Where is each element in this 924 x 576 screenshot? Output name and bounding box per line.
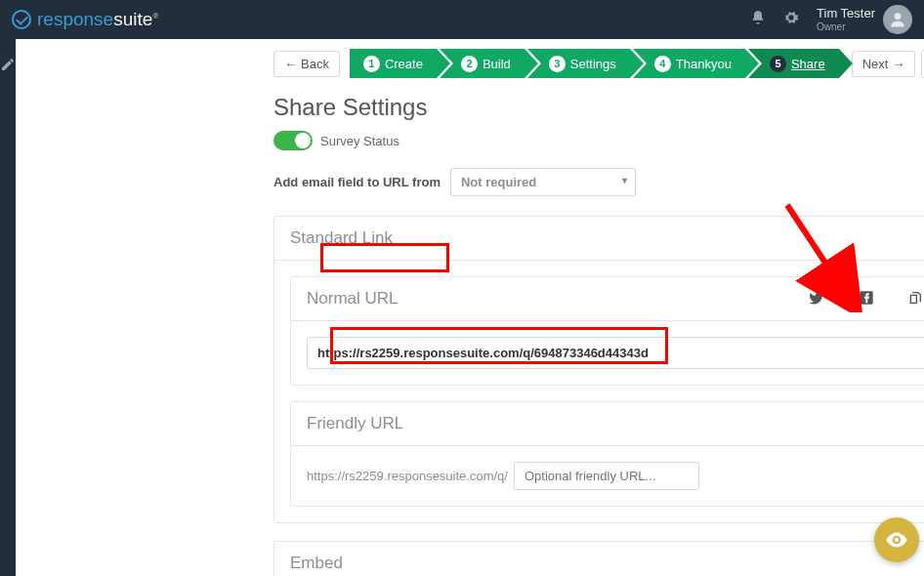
logo-text-2: suite xyxy=(113,9,152,29)
sidebar xyxy=(0,39,16,576)
standard-link-card: Standard Link Normal URL xyxy=(273,216,924,523)
linkedin-icon[interactable] xyxy=(833,290,849,309)
copy-icon[interactable] xyxy=(907,290,923,309)
svg-rect-2 xyxy=(836,296,838,302)
header-right: Tim Tester Owner xyxy=(750,5,912,34)
main-content: ← Back 1Create 2Build 3Settings 4Thankyo… xyxy=(16,39,924,576)
preview-fab[interactable] xyxy=(874,517,919,562)
normal-url-heading: Normal URL xyxy=(307,289,399,309)
survey-status-label: Survey Status xyxy=(320,134,399,148)
arrow-left-icon: ← xyxy=(284,57,297,71)
step-share[interactable]: 5Share xyxy=(748,49,839,78)
page-title: Share Settings xyxy=(273,94,924,121)
user-role: Owner xyxy=(817,21,875,32)
notifications-icon[interactable] xyxy=(750,10,766,30)
logo-reg: ® xyxy=(152,12,158,21)
svg-point-3 xyxy=(836,292,838,294)
user-name: Tim Tester xyxy=(817,7,875,21)
gear-icon[interactable] xyxy=(783,10,799,30)
friendly-url-heading: Friendly URL xyxy=(291,402,924,446)
logo-text-1: response xyxy=(37,9,113,29)
embed-heading: Embed xyxy=(274,542,924,576)
arrow-right-icon: → xyxy=(892,57,904,71)
edit-icon[interactable] xyxy=(0,57,16,75)
logo[interactable]: responsesuite® xyxy=(12,9,158,30)
normal-url-value[interactable]: https://rs2259.responsesuite.com/q/69487… xyxy=(307,337,924,369)
facebook-icon[interactable] xyxy=(859,290,874,309)
user-menu[interactable]: Tim Tester Owner xyxy=(817,5,912,34)
email-field-label: Add email field to URL from xyxy=(273,175,441,189)
normal-url-card: Normal URL https://rs2259.re xyxy=(290,276,924,386)
step-create[interactable]: 1Create xyxy=(350,49,437,78)
friendly-url-prefix: https://rs2259.responsesuite.com/q/ xyxy=(307,469,508,483)
step-build[interactable]: 2Build xyxy=(440,49,525,78)
svg-point-0 xyxy=(895,13,902,20)
logo-check-icon xyxy=(12,10,31,29)
app-header: responsesuite® Tim Tester Owner xyxy=(0,0,924,39)
step-thankyou[interactable]: 4Thankyou xyxy=(633,49,745,78)
email-field-select[interactable]: Not required xyxy=(450,168,636,196)
survey-status-toggle[interactable] xyxy=(273,131,313,150)
next-button[interactable]: Next → xyxy=(852,51,916,77)
back-button[interactable]: ← Back xyxy=(273,51,340,77)
friendly-url-card: Friendly URL https://rs2259.responsesuit… xyxy=(290,401,924,507)
standard-link-heading: Standard Link xyxy=(274,217,924,261)
step-nav: 1Create 2Build 3Settings 4Thankyou 5Shar… xyxy=(350,49,842,78)
topbar: ← Back 1Create 2Build 3Settings 4Thankyo… xyxy=(273,39,924,90)
twitter-icon[interactable] xyxy=(808,290,823,309)
avatar xyxy=(883,5,912,34)
friendly-url-input[interactable] xyxy=(514,462,699,490)
step-settings[interactable]: 3Settings xyxy=(527,49,630,78)
embed-card: Embed This feature is not available on y… xyxy=(273,541,924,576)
